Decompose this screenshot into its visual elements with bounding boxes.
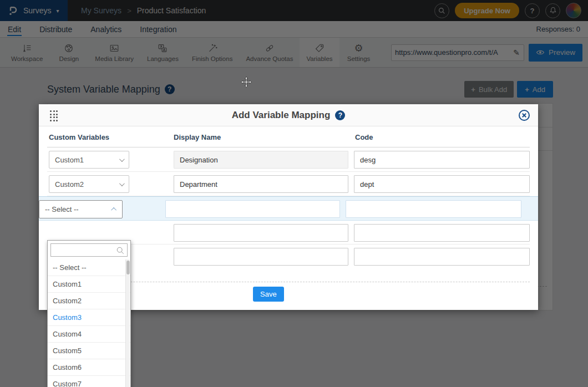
- dropdown-scrollbar-thumb[interactable]: [126, 261, 130, 274]
- close-icon[interactable]: [518, 109, 530, 121]
- col-custom-variables: Custom Variables: [49, 133, 109, 141]
- code-input-3[interactable]: [346, 200, 521, 218]
- code-input-1[interactable]: [354, 151, 530, 169]
- modal-header: Add Variable Mapping ?: [39, 104, 538, 126]
- search-icon: [116, 246, 125, 255]
- dropdown-option-list: -- Select -- Custom1 Custom2 Custom3 Cus…: [48, 259, 130, 387]
- dropdown-scrollbar[interactable]: [125, 259, 130, 387]
- col-display-name: Display Name: [174, 133, 221, 141]
- questionpro-app: Surveys ▾ My Surveys > Product Satisfact…: [0, 0, 588, 387]
- display-name-input-2[interactable]: [174, 175, 348, 193]
- chevron-down-icon: [119, 156, 125, 162]
- modal-title: Add Variable Mapping: [232, 110, 331, 121]
- dropdown-option-custom6[interactable]: Custom6: [48, 359, 130, 376]
- custom-variable-dropdown: -- Select -- Custom1 Custom2 Custom3 Cus…: [47, 240, 131, 387]
- display-name-input-5[interactable]: [174, 248, 348, 266]
- col-code: Code: [355, 133, 373, 141]
- display-name-input-3[interactable]: [165, 200, 340, 218]
- dropdown-search-box: [50, 243, 128, 257]
- modal-body: Custom Variables Display Name Code Custo…: [39, 126, 538, 310]
- chevron-up-icon: [111, 207, 116, 213]
- custom-variable-select-3[interactable]: -- Select --: [39, 200, 123, 218]
- dropdown-option-custom3[interactable]: Custom3: [48, 309, 130, 326]
- code-input-2[interactable]: [354, 175, 530, 193]
- dropdown-option-custom1[interactable]: Custom1: [48, 276, 130, 293]
- display-name-input-1[interactable]: [174, 151, 348, 169]
- dropdown-option-custom5[interactable]: Custom5: [48, 343, 130, 359]
- custom-variable-select-2[interactable]: Custom2: [49, 175, 129, 193]
- code-input-5[interactable]: [354, 248, 530, 266]
- dropdown-option-custom2[interactable]: Custom2: [48, 293, 130, 309]
- dropdown-option-custom4[interactable]: Custom4: [48, 326, 130, 343]
- modal-help-icon[interactable]: ?: [335, 110, 345, 120]
- add-variable-mapping-modal: Add Variable Mapping ? Custom Variables …: [39, 104, 538, 310]
- display-name-input-4[interactable]: [174, 224, 348, 242]
- mapping-row-3: -- Select --: [39, 196, 538, 221]
- mapping-row-2: Custom2: [47, 172, 530, 196]
- mapping-row-1: Custom1: [47, 147, 530, 172]
- code-input-4[interactable]: [354, 224, 530, 242]
- custom-variable-select-1[interactable]: Custom1: [49, 151, 129, 169]
- mapping-column-headers: Custom Variables Display Name Code: [47, 126, 530, 147]
- chevron-down-icon: [119, 181, 125, 186]
- mouse-move-cursor: [240, 76, 252, 88]
- save-button[interactable]: Save: [253, 287, 284, 302]
- dropdown-option-custom7[interactable]: Custom7: [48, 376, 130, 387]
- dropdown-option-select[interactable]: -- Select --: [48, 259, 130, 276]
